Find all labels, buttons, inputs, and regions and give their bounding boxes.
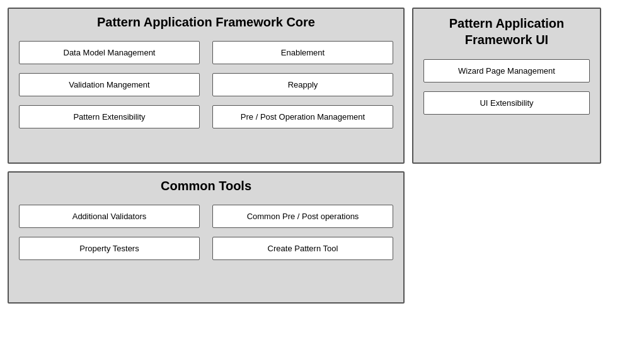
framework-core-panel: Pattern Application Framework Core Data … <box>8 8 405 164</box>
create-pattern-tool-box: Create Pattern Tool <box>212 237 393 260</box>
property-testers-box: Property Testers <box>19 237 200 260</box>
top-row: Pattern Application Framework Core Data … <box>8 8 619 164</box>
common-tools-grid: Additional Validators Common Pre / Post … <box>19 205 393 260</box>
wizard-page-management-box: Wizard Page Management <box>423 59 590 82</box>
additional-validators-box: Additional Validators <box>19 205 200 228</box>
common-pre-post-operations-box: Common Pre / Post operations <box>212 205 393 228</box>
validation-management-box: Validation Mangement <box>19 73 200 96</box>
data-model-management-box: Data Model Management <box>19 41 200 64</box>
ui-extensibility-box: UI Extensibility <box>423 91 590 115</box>
framework-core-title: Pattern Application Framework Core <box>19 15 393 30</box>
framework-ui-grid: Wizard Page Management UI Extensibility <box>423 59 590 115</box>
common-tools-title: Common Tools <box>19 179 393 193</box>
main-container: Pattern Application Framework Core Data … <box>0 0 627 364</box>
enablement-box: Enablement <box>212 41 393 64</box>
framework-ui-title: Pattern Application Framework UI <box>423 15 590 48</box>
bottom-row: Common Tools Additional Validators Commo… <box>8 171 619 304</box>
pattern-extensibility-box: Pattern Extensibility <box>19 105 200 128</box>
framework-core-grid: Data Model Management Enablement Validat… <box>19 41 393 128</box>
common-tools-panel: Common Tools Additional Validators Commo… <box>8 171 405 304</box>
pre-post-operation-management-box: Pre / Post Operation Management <box>212 105 393 128</box>
reapply-box: Reapply <box>212 73 393 96</box>
framework-ui-panel: Pattern Application Framework UI Wizard … <box>412 8 601 164</box>
